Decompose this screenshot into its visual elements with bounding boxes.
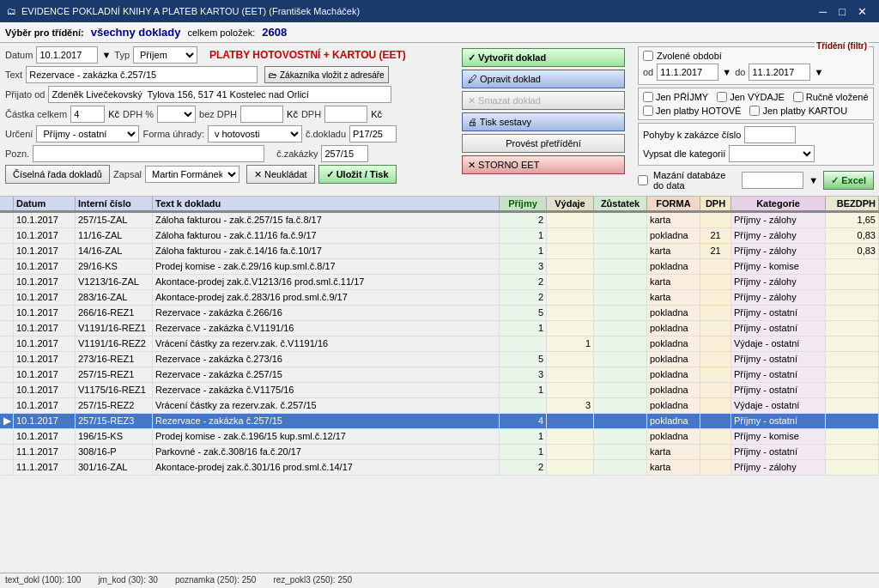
castka-label: Částka celkem: [5, 109, 67, 119]
jen-kartou-label: Jen platby KARTOU: [762, 106, 847, 116]
table-row[interactable]: 10.1.201714/16-ZALZáloha fakturou - zak.…: [0, 244, 879, 259]
ciselna-rada-button[interactable]: Číselná řada dokladů: [5, 165, 110, 184]
table-row[interactable]: 10.1.201729/16-KSProdej komise - zak.č.2…: [0, 259, 879, 275]
col-forma[interactable]: FORMA: [647, 197, 700, 211]
vytvorit-button[interactable]: ✓ Vytvořit doklad: [462, 48, 625, 67]
table-row[interactable]: 10.1.2017V1191/16-REZ1Rezervace - zakázk…: [0, 321, 879, 336]
left-form: Datum ▼ Typ Příjem Výdaj PLATBY HOTOVOST…: [5, 46, 458, 192]
adresat-button[interactable]: 🗁 Zákazníka vložit z adresáře: [264, 66, 389, 83]
jen-vydaje-checkbox[interactable]: [717, 92, 727, 102]
col-indicator: [0, 197, 14, 211]
zak-input[interactable]: [321, 145, 368, 162]
kategorie-select[interactable]: [729, 145, 815, 162]
status-im-kod: jm_kod (30): 30: [98, 575, 157, 585]
col-vydaje[interactable]: Výdaje: [547, 197, 594, 211]
kc2-label: Kč: [371, 109, 382, 119]
od-label: od: [643, 67, 653, 77]
od-input[interactable]: [657, 64, 718, 81]
table-row[interactable]: 10.1.2017257/15-ZALZáloha fakturou - zak…: [0, 213, 879, 228]
forma-select[interactable]: v hotovosti: [208, 125, 302, 142]
pretridi-button[interactable]: Provést přetřídění: [462, 134, 625, 153]
jen-kartou-checkbox[interactable]: [749, 106, 760, 116]
action-buttons-panel: ✓ Vytvořit doklad 🖊 Opravit doklad ✕ Sma…: [462, 46, 633, 192]
grid-area: Datum Interní číslo Text k dokladu Příjm…: [0, 197, 879, 573]
neukladat-button[interactable]: ✕ Neukládat: [246, 165, 315, 184]
rucne-vlozene-label: Ručně vložené: [806, 92, 869, 102]
minimize-button[interactable]: ─: [814, 5, 832, 18]
status-poznamka: poznamka (250): 250: [175, 575, 257, 585]
col-interni[interactable]: Interní číslo: [76, 197, 153, 211]
bez-dph-input[interactable]: [240, 106, 283, 123]
storno-button[interactable]: ✕ STORNO EET: [462, 155, 625, 174]
castka-input[interactable]: [70, 106, 105, 123]
maximize-button[interactable]: □: [834, 5, 851, 18]
od-dropdown[interactable]: ▼: [722, 67, 731, 77]
jen-prijmy-label: Jen PŘÍJMY: [656, 92, 708, 102]
mena-label: Kč: [108, 109, 119, 119]
kc-label: Kč: [287, 109, 298, 119]
col-dph[interactable]: DPH: [700, 197, 731, 211]
jen-hotove-label: Jen platby HOTOVÉ: [656, 106, 741, 116]
mazani-input[interactable]: [742, 172, 803, 189]
do-dropdown[interactable]: ▼: [814, 67, 823, 77]
prijato-od-input[interactable]: [48, 86, 391, 103]
smazat-button[interactable]: ✕ Smazat doklad: [462, 91, 625, 110]
main-content: Datum ▼ Typ Příjem Výdaj PLATBY HOTOVOST…: [0, 43, 879, 586]
table-row[interactable]: 10.1.2017273/16-REZ1Rezervace - zakázka …: [0, 352, 879, 367]
table-row[interactable]: 11.1.2017308/16-PParkovné - zak.č.308/16…: [0, 445, 879, 460]
datum-input[interactable]: [36, 46, 98, 64]
table-row[interactable]: 10.1.2017257/15-REZ1Rezervace - zakázka …: [0, 367, 879, 383]
table-row[interactable]: 10.1.2017266/16-REZ1Rezervace - zakázka …: [0, 306, 879, 321]
filter-panel: Zvolené období Třídění (filtr) od ▼ do ▼: [638, 46, 874, 192]
pozn-input[interactable]: [33, 145, 264, 162]
mazani-checkbox[interactable]: [638, 175, 648, 185]
table-row[interactable]: 11.1.2017301/16-ZALAkontace-prodej zak.č…: [0, 460, 879, 476]
prijato-od-label: Přijato od: [5, 89, 45, 100]
col-kategorie[interactable]: Kategorie: [731, 197, 826, 211]
rucne-vlozene-checkbox[interactable]: [793, 92, 803, 102]
doklad-input[interactable]: [349, 125, 397, 142]
table-row[interactable]: 10.1.201711/16-ZALZáloha fakturou - zak.…: [0, 228, 879, 244]
status-bar: text_dokl (100): 100 jm_kod (30): 30 poz…: [0, 573, 879, 586]
opravit-button[interactable]: 🖊 Opravit doklad: [462, 70, 625, 88]
table-row[interactable]: 10.1.2017257/15-REZ2Vrácení částky za re…: [0, 398, 879, 414]
dph-amount-input[interactable]: [324, 106, 367, 123]
table-row[interactable]: 10.1.2017V1213/16-ZALAkontace-prodej zak…: [0, 275, 879, 290]
excel-button[interactable]: ✓ Excel: [823, 171, 874, 190]
filter-label: Výběr pro třídění:: [5, 27, 84, 38]
do-input[interactable]: [749, 64, 810, 81]
pohyby-input[interactable]: [744, 126, 796, 143]
zvolene-label: Zvolené období: [657, 51, 722, 61]
ulozit-button[interactable]: ✓ Uložit / Tisk: [318, 165, 397, 184]
datum-dropdown[interactable]: ▼: [101, 50, 111, 60]
status-rez-pokl3: rez_pokl3 (250): 250: [273, 575, 352, 585]
mazani-dropdown[interactable]: ▼: [809, 175, 818, 185]
col-text[interactable]: Text k dokladu: [153, 197, 500, 211]
grid-header: Datum Interní číslo Text k dokladu Příjm…: [0, 197, 879, 213]
jen-hotove-checkbox[interactable]: [643, 106, 653, 116]
zapsal-select[interactable]: Martin Formánek: [145, 166, 239, 183]
close-button[interactable]: ✕: [852, 5, 872, 18]
zvolene-checkbox[interactable]: [643, 51, 653, 61]
table-row[interactable]: 10.1.2017196/15-KSProdej komise - zak.č.…: [0, 429, 879, 445]
pohyby-label: Pohyby k zakázce číslo: [643, 130, 741, 140]
dph-select[interactable]: [157, 106, 196, 123]
tisk-button[interactable]: 🖨 Tisk sestavy: [462, 112, 625, 131]
jen-prijmy-checkbox[interactable]: [643, 92, 653, 102]
col-bezdph[interactable]: BEZDPH: [826, 197, 879, 211]
table-row[interactable]: 10.1.2017V1191/16-REZ2Vrácení částky za …: [0, 336, 879, 352]
zak-label: č.zakázky: [276, 149, 318, 159]
urceni-select[interactable]: Příjmy - ostatní: [36, 125, 139, 142]
text-input[interactable]: [26, 66, 258, 83]
typ-select[interactable]: Příjem Výdaj: [133, 46, 197, 64]
col-prijmy[interactable]: Příjmy: [500, 197, 547, 211]
window-controls: ─ □ ✕: [814, 5, 872, 18]
count-value: 2608: [262, 26, 287, 39]
app-icon: 🗂: [7, 6, 16, 16]
table-row[interactable]: 10.1.2017283/16-ZALAkontace-prodej zak.č…: [0, 290, 879, 306]
col-zustatek[interactable]: Zůstatek: [594, 197, 647, 211]
col-datum[interactable]: Datum: [14, 197, 76, 211]
dph-amount-label: DPH: [301, 109, 321, 119]
table-row[interactable]: ▶10.1.2017257/15-REZ3Rezervace - zakázka…: [0, 414, 879, 429]
table-row[interactable]: 10.1.2017V1175/16-REZ1Rezervace - zakázk…: [0, 383, 879, 398]
